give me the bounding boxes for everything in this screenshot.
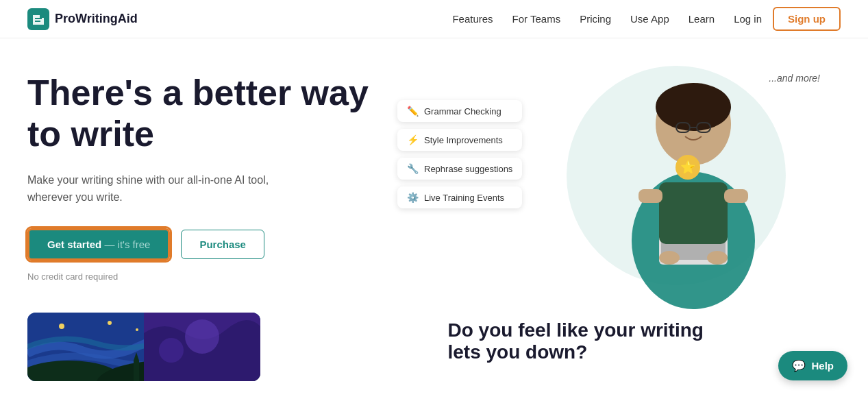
svg-rect-12 [638,189,662,203]
pill-style: ⚡ Style Improvements [397,129,522,151]
svg-rect-1 [35,18,42,19]
nav-links: Features For Teams Pricing Use App Learn [452,13,715,25]
hero-title: There's a better way to write [27,73,384,155]
pill-grammar-label: Grammar Checking [424,106,501,117]
rephrase-icon: 🔧 [407,163,419,174]
get-started-button[interactable]: Get started — it's free [27,228,170,260]
svg-point-30 [159,338,184,363]
logo-icon [27,8,49,30]
pill-rephrase: 🔧 Rephrase suggestions [397,158,522,180]
bottom-section: Do you feel like your writing lets you d… [0,313,868,381]
svg-rect-11 [659,182,728,244]
get-started-suffix: — it's free [104,239,150,250]
svg-point-21 [136,328,138,331]
hero-person-illustration [604,62,782,309]
hero-section: There's a better way to write Make your … [0,38,868,299]
bottom-left [27,313,421,381]
signup-button[interactable]: Sign up [773,7,841,31]
pill-style-label: Style Improvements [424,135,503,145]
logo-link[interactable]: ProWritingAid [27,8,138,30]
star-badge: ⭐ [675,155,700,180]
training-icon: ⚙️ [407,192,419,203]
bottom-right: Do you feel like your writing lets you d… [421,313,841,381]
get-started-label: Get started [47,239,101,250]
no-credit-text: No credit card required [27,271,384,282]
chat-icon: 💬 [792,359,806,372]
help-label: Help [811,360,834,372]
purchase-button[interactable]: Purchase [181,230,264,259]
svg-point-5 [656,83,731,131]
hero-left: There's a better way to write Make your … [27,59,384,299]
pill-training-label: Live Training Events [424,193,504,203]
nav-for-teams[interactable]: For Teams [512,13,561,25]
hero-subtitle: Make your writing shine with our all-in-… [27,171,288,206]
help-button[interactable]: 💬 Help [778,351,847,380]
svg-point-29 [185,319,219,354]
nav-use-app[interactable]: Use App [630,13,669,25]
svg-point-15 [707,251,728,265]
svg-point-18 [108,321,112,325]
painting-background [27,313,260,381]
logo-text: ProWritingAid [55,12,138,26]
svg-rect-26 [134,361,139,381]
grammar-icon: ✏️ [407,106,419,117]
navigation: ProWritingAid Features For Teams Pricing… [0,0,868,38]
hero-buttons: Get started — it's free Purchase [27,228,384,260]
svg-rect-2 [35,21,40,22]
bottom-question: Do you feel like your writing lets you d… [448,319,722,363]
login-button[interactable]: Log in [734,13,762,25]
nav-pricing[interactable]: Pricing [580,13,611,25]
and-more-label: ...and more! [769,73,820,84]
nav-learn[interactable]: Learn [689,13,715,25]
svg-point-14 [659,251,680,265]
svg-rect-13 [724,189,748,203]
hero-right: ...and more! [384,59,841,299]
style-icon: ⚡ [407,134,419,145]
feature-pills: ✏️ Grammar Checking ⚡ Style Improvements… [397,100,522,208]
pill-rephrase-label: Rephrase suggestions [424,164,512,174]
svg-point-17 [59,324,64,329]
nav-features[interactable]: Features [452,13,493,25]
pill-training: ⚙️ Live Training Events [397,186,522,208]
painting-container [27,313,260,381]
pill-grammar: ✏️ Grammar Checking [397,100,522,122]
